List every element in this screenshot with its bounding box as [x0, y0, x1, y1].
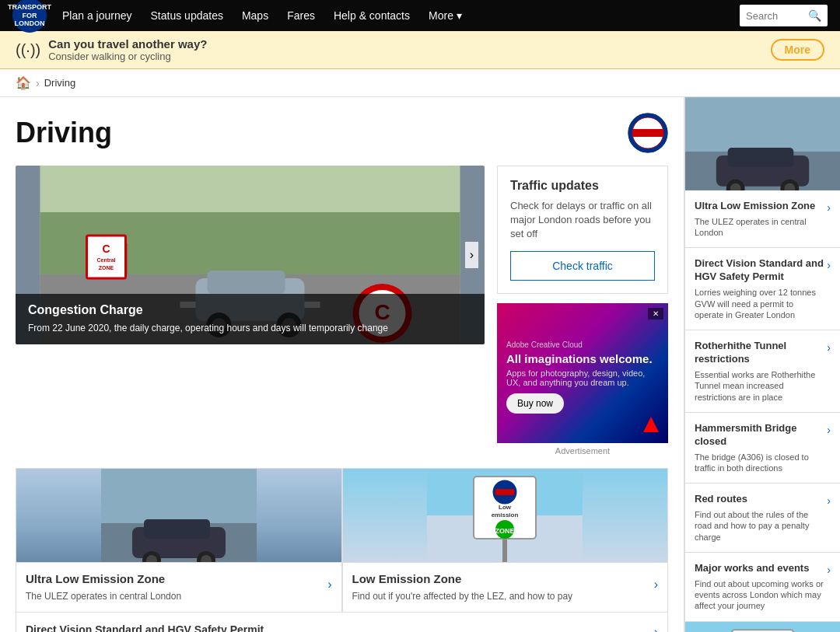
grid-cards: Ultra Low Emission Zone The ULEZ operate…: [16, 468, 668, 613]
search-input[interactable]: [746, 10, 808, 22]
traffic-card: Traffic updates Check for delays or traf…: [497, 166, 668, 294]
nav-maps[interactable]: Maps: [233, 0, 278, 31]
sidebar-major-works-desc: Find out about upcoming works or events …: [695, 578, 824, 612]
traffic-description: Check for delays or traffic on all major…: [510, 199, 655, 242]
search-icon: 🔍: [808, 9, 821, 22]
sidebar-red-routes-title: Red routes: [695, 493, 824, 506]
chevron-down-icon: ▾: [457, 9, 462, 22]
svg-rect-46: [494, 489, 516, 495]
traffic-title: Traffic updates: [510, 179, 655, 193]
sidebar-ulez-title: Ultra Low Emission Zone: [695, 200, 824, 213]
left-column: Driving: [0, 97, 684, 632]
hero-section: C C Central ZONE: [16, 166, 668, 456]
svg-text:ZONE: ZONE: [99, 265, 114, 271]
hero-title: Congestion Charge: [28, 303, 472, 317]
wifi-icon: ((·)): [16, 41, 40, 59]
sidebar-dvs-desc: Lorries weighing over 12 tonnes GVW will…: [695, 287, 824, 320]
ad-brand: Adobe Creative Cloud: [506, 340, 659, 349]
sidebar-ulez-image: [685, 97, 840, 190]
check-traffic-button[interactable]: Check traffic: [510, 251, 655, 281]
ad-banner: ✕ Adobe Creative Cloud All imaginations …: [497, 303, 668, 443]
ad-headline: All imaginations welcome.: [506, 352, 659, 365]
breadcrumb-home-icon[interactable]: 🏠: [16, 75, 31, 90]
traffic-widget: Traffic updates Check for delays or traf…: [497, 166, 668, 456]
search-box[interactable]: 🔍: [740, 5, 828, 26]
svg-rect-36: [144, 519, 210, 539]
svg-text:Low: Low: [499, 504, 512, 511]
sidebar-item-dvs[interactable]: Direct Vision Standard and HGV Safety Pe…: [685, 248, 840, 330]
sidebar-red-routes-desc: Find out about the rules of the road and…: [695, 509, 824, 543]
dvs-arrow: ›: [654, 625, 658, 632]
sidebar-dvs-title: Direct Vision Standard and HGV Safety Pe…: [695, 257, 824, 284]
nav-fares[interactable]: Fares: [278, 0, 324, 31]
nav-links: Plan a journey Status updates Maps Fares…: [53, 0, 471, 31]
hero-next-arrow[interactable]: ›: [465, 242, 478, 268]
svg-text:emission: emission: [492, 512, 519, 519]
sidebar-red-routes-arrow: ›: [827, 494, 831, 507]
sidebar-rotherhithe-title: Rotherhithe Tunnel restrictions: [695, 340, 824, 366]
sidebar-dvs-arrow: ›: [827, 259, 831, 271]
dvs-title: Direct Vision Standard and HGV Safety Pe…: [26, 623, 264, 632]
list-card-dvs[interactable]: Direct Vision Standard and HGV Safety Pe…: [16, 613, 668, 632]
alert-bar: ((·)) Can you travel another way? Consid…: [0, 31, 840, 69]
breadcrumb: 🏠 › Driving: [0, 69, 840, 97]
sidebar-lez-image: Low emission ZONE: [685, 622, 840, 632]
lez-card-title: Low Emission Zone: [352, 572, 659, 585]
sidebar-item-hammersmith[interactable]: Hammersmith Bridge closed The bridge (A3…: [685, 413, 840, 484]
sidebar-item-rotherhithe[interactable]: Rotherhithe Tunnel restrictions Essentia…: [685, 330, 840, 413]
sidebar-ulez-arrow: ›: [827, 201, 831, 214]
ad-body: Apps for photography, design, video, UX,…: [506, 368, 659, 387]
sidebar-hammersmith-arrow: ›: [827, 424, 831, 436]
sidebar-item-major-works[interactable]: Major works and events Find out about up…: [685, 553, 840, 622]
breadcrumb-separator: ›: [36, 77, 40, 89]
svg-text:Central: Central: [96, 257, 115, 263]
nav-help-contacts[interactable]: Help & contacts: [324, 0, 419, 31]
page-title-row: Driving: [16, 113, 668, 153]
breadcrumb-current: Driving: [44, 77, 75, 89]
hero-image: C C Central ZONE: [16, 166, 485, 344]
sidebar-ulez-desc: The ULEZ operates in central London: [695, 216, 824, 239]
sidebar-major-works-arrow: ›: [827, 564, 831, 576]
right-sidebar: Ultra Low Emission Zone The ULEZ operate…: [684, 97, 840, 632]
main-content: Driving: [0, 97, 840, 632]
tfl-roundel: [628, 113, 668, 153]
svg-text:ZONE: ZONE: [495, 527, 515, 535]
alert-subtitle: Consider walking or cycling: [48, 51, 207, 62]
sidebar-rotherhithe-desc: Essential works are Rotherhithe Tunnel m…: [695, 369, 824, 403]
sidebar-item-ulez[interactable]: Ultra Low Emission Zone The ULEZ operate…: [685, 190, 840, 248]
hero-description: From 22 June 2020, the daily charge, ope…: [28, 322, 472, 335]
sidebar-hammersmith-desc: The bridge (A306) is closed to traffic i…: [695, 452, 824, 474]
grid-card-ulez[interactable]: Ultra Low Emission Zone The ULEZ operate…: [16, 469, 342, 613]
ulez-card-arrow: ›: [327, 578, 331, 592]
svg-text:C: C: [102, 243, 110, 255]
advertisement-label: Advertisement: [497, 446, 668, 456]
nav-more[interactable]: More ▾: [419, 0, 471, 31]
ad-close-icon[interactable]: ✕: [648, 308, 663, 319]
nav-plan-journey[interactable]: Plan a journey: [53, 0, 142, 31]
alert-title: Can you travel another way?: [48, 37, 207, 51]
grid-card-lez[interactable]: Low emission ZONE Low Emission Zone Find…: [342, 469, 669, 613]
svg-marker-32: [643, 417, 659, 432]
svg-rect-19: [208, 271, 285, 294]
ad-footer: [506, 417, 659, 434]
sidebar-rotherhithe-arrow: ›: [827, 341, 831, 354]
hero-overlay: Congestion Charge From 22 June 2020, the…: [16, 294, 485, 344]
page-title: Driving: [16, 117, 112, 149]
tfl-logo[interactable]: TRANSPORT FOR LONDON: [12, 0, 47, 33]
svg-rect-8: [630, 129, 666, 137]
nav-status-updates[interactable]: Status updates: [142, 0, 233, 31]
svg-rect-55: [728, 148, 794, 167]
ad-cta-button[interactable]: Buy now: [506, 393, 564, 414]
lez-card-desc: Find out if you're affected by the LEZ, …: [352, 590, 659, 603]
ulez-card-title: Ultra Low Emission Zone: [26, 572, 332, 585]
navigation-bar: TRANSPORT FOR LONDON Plan a journey Stat…: [0, 0, 840, 31]
alert-more-button[interactable]: More: [771, 39, 824, 61]
sidebar-hammersmith-title: Hammersmith Bridge closed: [695, 422, 824, 449]
ulez-card-desc: The ULEZ operates in central London: [26, 590, 332, 603]
sidebar-item-red-routes[interactable]: Red routes Find out about the rules of t…: [685, 484, 840, 553]
sidebar-major-works-title: Major works and events: [695, 562, 824, 575]
lez-card-arrow: ›: [654, 578, 658, 592]
